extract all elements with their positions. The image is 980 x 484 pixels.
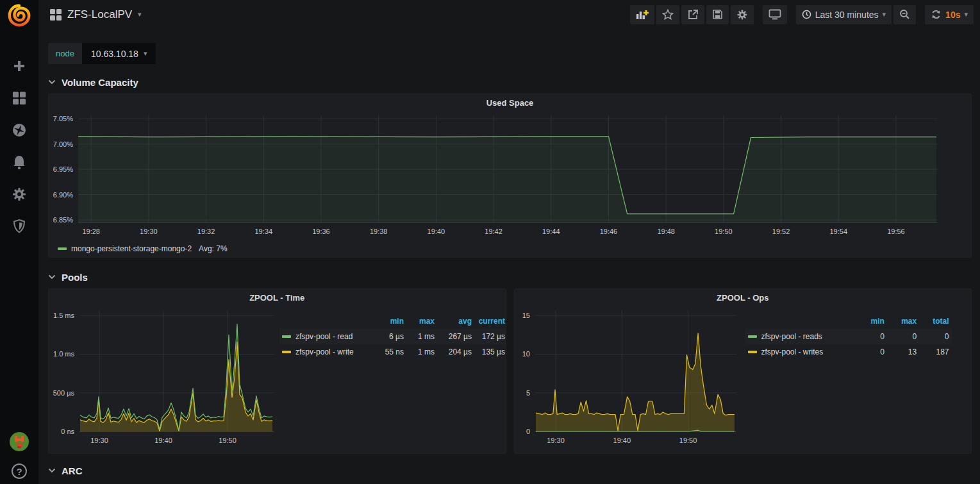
grafana-logo[interactable] <box>5 1 33 29</box>
svg-text:7.05%: 7.05% <box>53 115 73 122</box>
svg-text:19:56: 19:56 <box>887 228 905 235</box>
legend-row-write: zfspv-pool - write 55 ns 1 ms 204 µs 135… <box>279 344 506 360</box>
add-panel-button[interactable] <box>630 5 654 24</box>
series-name[interactable]: zfspv-pool - writes <box>761 347 824 356</box>
zpool-ops-legend: min max total zfspv-pool - reads <box>745 305 972 449</box>
legend-header-row: min max avg current <box>279 315 506 329</box>
legend-col-max[interactable]: max <box>406 315 437 329</box>
node-variable-value: 10.63.10.18 <box>91 49 138 59</box>
series-name[interactable]: mongo-persistent-storage-mongo-2 <box>71 244 192 253</box>
dashboards-icon[interactable] <box>11 90 28 106</box>
svg-text:19:40: 19:40 <box>613 437 631 444</box>
svg-text:19:50: 19:50 <box>715 228 733 235</box>
legend-col-min[interactable]: min <box>855 315 887 329</box>
server-admin-shield-icon[interactable] <box>11 218 28 235</box>
chevron-down-icon <box>48 79 56 85</box>
star-dashboard-button[interactable] <box>656 5 679 24</box>
svg-text:19:32: 19:32 <box>197 228 215 235</box>
value-avg: 204 µs <box>437 344 474 360</box>
zoom-out-button[interactable] <box>893 5 916 24</box>
section-volume-capacity: Volume Capacity Used Space 6.85%6.90%6.9… <box>48 76 972 258</box>
dashboard-title: ZFS-LocalPV <box>67 8 132 21</box>
svg-text:19:50: 19:50 <box>679 437 697 444</box>
svg-text:19:36: 19:36 <box>312 228 330 235</box>
series-avg: Avg: 7% <box>199 244 227 253</box>
svg-text:19:46: 19:46 <box>600 228 618 235</box>
svg-text:19:40: 19:40 <box>154 437 172 444</box>
zpool-time-chart[interactable]: 0 ns500 µs1.0 ms1.5 ms19:3019:4019:50 <box>49 305 279 449</box>
svg-text:19:42: 19:42 <box>485 228 502 235</box>
node-variable-selector[interactable]: node 10.63.10.18 ▾ <box>48 43 156 64</box>
alerting-bell-icon[interactable] <box>11 154 28 171</box>
value-avg: 267 µs <box>437 329 474 344</box>
svg-text:1.0 ms: 1.0 ms <box>53 350 75 358</box>
panel-zpool-time: ZPOOL - Time 0 ns500 µs1.0 ms1.5 ms19:30… <box>48 288 506 454</box>
dashboard-content: node 10.63.10.18 ▾ Volume Capacity Used … <box>38 29 980 484</box>
dashboard-squares-icon <box>50 9 62 21</box>
series-swatch <box>748 335 757 338</box>
share-dashboard-button[interactable] <box>681 5 704 24</box>
used-space-legend: mongo-persistent-storage-mongo-2 Avg: 7% <box>58 244 971 253</box>
template-variables-row: node 10.63.10.18 ▾ <box>48 43 972 64</box>
value-current: 135 µs <box>474 344 506 360</box>
legend-col-min[interactable]: min <box>373 315 406 329</box>
dashboard-title-button[interactable]: ZFS-LocalPV ▾ <box>50 8 142 21</box>
value-min: 55 ns <box>373 344 406 360</box>
dashboard-settings-gear-button[interactable] <box>731 5 754 24</box>
legend-row-reads: zfspv-pool - reads 0 0 0 <box>745 329 952 344</box>
legend-col-avg[interactable]: avg <box>437 315 474 329</box>
help-icon[interactable]: ? <box>12 463 27 479</box>
refresh-interval-label: 10s <box>945 10 960 20</box>
node-variable-label: node <box>48 43 82 64</box>
panel-used-space: Used Space 6.85%6.90%6.95%7.00%7.05%19:2… <box>48 94 972 258</box>
svg-text:0: 0 <box>526 428 529 435</box>
value-total: 187 <box>919 344 951 360</box>
legend-col-current[interactable]: current <box>474 315 506 329</box>
series-swatch <box>282 351 291 353</box>
legend-col-max[interactable]: max <box>887 315 919 329</box>
svg-text:19:50: 19:50 <box>219 437 237 444</box>
zpool-time-legend: min max avg current zf <box>279 305 506 449</box>
zpool-ops-chart[interactable]: 05101519:3019:4019:50 <box>515 305 745 449</box>
value-max: 0 <box>887 329 919 344</box>
legend-header-row: min max total <box>745 315 952 329</box>
chevron-down-icon <box>48 274 56 280</box>
refresh-button[interactable]: 10s ▾ <box>925 5 974 24</box>
value-min: 0 <box>855 329 887 344</box>
value-max: 1 ms <box>406 344 437 360</box>
save-dashboard-button[interactable] <box>706 5 729 24</box>
series-name[interactable]: zfspv-pool - reads <box>761 332 822 341</box>
panel-title-zpool-ops[interactable]: ZPOOL - Ops <box>515 289 972 305</box>
svg-text:0 ns: 0 ns <box>61 428 74 435</box>
svg-text:19:30: 19:30 <box>547 437 565 444</box>
series-swatch <box>282 335 291 338</box>
series-name[interactable]: zfspv-pool - read <box>295 332 353 341</box>
section-header-volume-capacity[interactable]: Volume Capacity <box>48 76 972 88</box>
svg-text:19:52: 19:52 <box>772 228 790 235</box>
value-min: 6 µs <box>373 329 406 344</box>
explore-compass-icon[interactable] <box>11 122 28 138</box>
series-name[interactable]: zfspv-pool - write <box>295 347 354 356</box>
svg-text:15: 15 <box>522 312 529 319</box>
top-navbar: ZFS-LocalPV ▾ <box>38 0 980 29</box>
user-avatar[interactable] <box>9 431 29 455</box>
section-header-arc[interactable]: ARC <box>48 464 972 477</box>
create-plus-icon[interactable] <box>11 58 28 74</box>
value-min: 0 <box>855 344 887 360</box>
configuration-gear-icon[interactable] <box>11 186 28 203</box>
panel-title-used-space[interactable]: Used Space <box>49 94 971 110</box>
time-range-picker[interactable]: Last 30 minutes ▾ <box>796 5 892 24</box>
svg-text:1.5 ms: 1.5 ms <box>53 312 75 319</box>
section-arc: ARC <box>48 464 972 477</box>
legend-col-total[interactable]: total <box>919 315 951 329</box>
chevron-down-icon: ▾ <box>883 10 886 19</box>
panel-title-zpool-time[interactable]: ZPOOL - Time <box>49 289 506 305</box>
value-max: 1 ms <box>406 329 437 344</box>
svg-text:6.85%: 6.85% <box>53 216 73 224</box>
section-pools: Pools ZPOOL - Time 0 ns500 µs1.0 ms1.5 m… <box>48 271 972 454</box>
section-header-pools[interactable]: Pools <box>48 271 972 283</box>
cycle-view-tv-icon[interactable] <box>763 5 787 24</box>
value-current: 172 µs <box>474 329 506 344</box>
used-space-chart[interactable]: 6.85%6.90%6.95%7.00%7.05%19:2819:3019:32… <box>49 110 959 239</box>
chevron-down-icon: ▾ <box>144 49 147 58</box>
